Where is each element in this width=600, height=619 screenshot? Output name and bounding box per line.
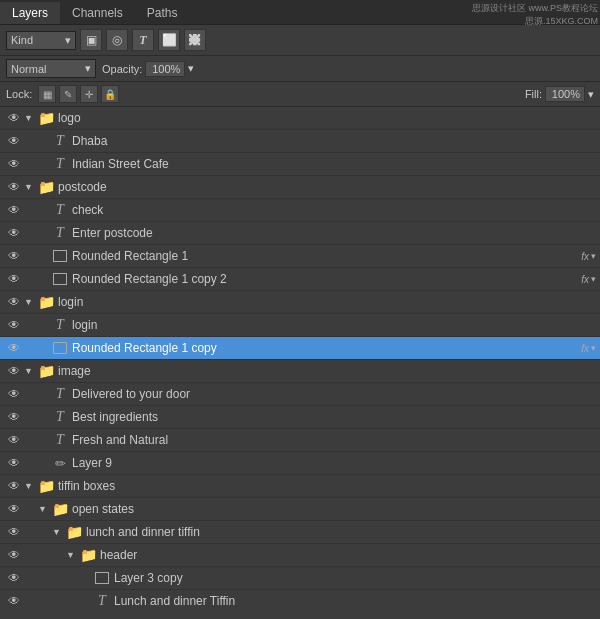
- fill-arrow[interactable]: ▾: [588, 88, 594, 101]
- folder-icon: 📁: [51, 500, 69, 518]
- visibility-icon[interactable]: 👁: [4, 545, 24, 565]
- filter-text-icon[interactable]: T: [132, 29, 154, 51]
- visibility-icon[interactable]: 👁: [4, 154, 24, 174]
- fx-expand-icon[interactable]: ▾: [591, 343, 596, 353]
- visibility-icon[interactable]: 👁: [4, 131, 24, 151]
- visibility-icon[interactable]: 👁: [4, 269, 24, 289]
- visibility-icon[interactable]: 👁: [4, 499, 24, 519]
- layer-row[interactable]: 👁TFresh and Natural: [0, 429, 600, 452]
- layer-row[interactable]: 👁TDhaba: [0, 130, 600, 153]
- text-layer-icon: T: [51, 201, 69, 219]
- visibility-icon[interactable]: 👁: [4, 430, 24, 450]
- layer-row[interactable]: 👁▼📁tiffin boxes: [0, 475, 600, 498]
- layer-row[interactable]: 👁Rounded Rectangle 1 copyfx▾: [0, 337, 600, 360]
- layer-row[interactable]: 👁▼📁postcode: [0, 176, 600, 199]
- layer-row[interactable]: 👁✏Layer 9: [0, 452, 600, 475]
- text-layer-icon: T: [51, 224, 69, 242]
- opacity-group: Opacity: 100% ▾: [102, 61, 194, 77]
- folder-expand-icon[interactable]: ▼: [24, 366, 34, 376]
- layer-row[interactable]: 👁TIndian Street Cafe: [0, 153, 600, 176]
- layer-row[interactable]: 👁▼📁logo: [0, 107, 600, 130]
- visibility-icon[interactable]: 👁: [4, 591, 24, 606]
- layer-row[interactable]: 👁TEnter postcode: [0, 222, 600, 245]
- folder-expand-icon[interactable]: ▼: [52, 527, 62, 537]
- shape-layer-icon: [51, 247, 69, 265]
- visibility-icon[interactable]: 👁: [4, 223, 24, 243]
- fx-expand-icon[interactable]: ▾: [591, 251, 596, 261]
- layer-name: lunch and dinner tiffin: [86, 525, 596, 539]
- fill-label: Fill:: [525, 88, 542, 100]
- folder-expand-icon[interactable]: ▼: [24, 113, 34, 123]
- lock-image-icon[interactable]: ✎: [59, 85, 77, 103]
- layer-row[interactable]: 👁TDelivered to your door: [0, 383, 600, 406]
- visibility-icon[interactable]: 👁: [4, 246, 24, 266]
- layer-row[interactable]: 👁Tcheck: [0, 199, 600, 222]
- folder-expand-icon[interactable]: ▼: [24, 481, 34, 491]
- fill-group: Fill: 100% ▾: [525, 86, 594, 102]
- visibility-icon[interactable]: 👁: [4, 568, 24, 588]
- folder-expand-icon[interactable]: ▼: [24, 182, 34, 192]
- shape-layer-icon: [51, 270, 69, 288]
- visibility-icon[interactable]: 👁: [4, 108, 24, 128]
- fx-badge[interactable]: fx: [581, 343, 589, 354]
- visibility-icon[interactable]: 👁: [4, 200, 24, 220]
- lock-position-icon[interactable]: ✛: [80, 85, 98, 103]
- layer-row[interactable]: 👁Layer 3 copy: [0, 567, 600, 590]
- fx-badge[interactable]: fx: [581, 251, 589, 262]
- blend-mode-arrow: ▾: [85, 62, 91, 75]
- tab-paths[interactable]: Paths: [135, 2, 190, 24]
- kind-dropdown[interactable]: Kind ▾: [6, 31, 76, 50]
- filter-smart-icon[interactable]: 🞿: [184, 29, 206, 51]
- lock-transparent-icon[interactable]: ▦: [38, 85, 56, 103]
- lock-all-icon[interactable]: 🔒: [101, 85, 119, 103]
- filter-adj-icon[interactable]: ◎: [106, 29, 128, 51]
- layer-row[interactable]: 👁▼📁login: [0, 291, 600, 314]
- layer-name: Rounded Rectangle 1 copy 2: [72, 272, 577, 286]
- visibility-icon[interactable]: 👁: [4, 315, 24, 335]
- visibility-icon[interactable]: 👁: [4, 407, 24, 427]
- layer-name: Indian Street Cafe: [72, 157, 596, 171]
- layer-name: logo: [58, 111, 596, 125]
- opacity-input[interactable]: 100%: [145, 61, 185, 77]
- layer-name: tiffin boxes: [58, 479, 596, 493]
- visibility-icon[interactable]: 👁: [4, 292, 24, 312]
- opacity-arrow[interactable]: ▾: [188, 62, 194, 75]
- fx-expand-icon[interactable]: ▾: [591, 274, 596, 284]
- visibility-icon[interactable]: 👁: [4, 361, 24, 381]
- layer-row[interactable]: 👁▼📁header: [0, 544, 600, 567]
- fx-badge[interactable]: fx: [581, 274, 589, 285]
- visibility-icon[interactable]: 👁: [4, 453, 24, 473]
- fill-input[interactable]: 100%: [545, 86, 585, 102]
- layer-row[interactable]: 👁▼📁image: [0, 360, 600, 383]
- blend-mode-dropdown[interactable]: Normal ▾: [6, 59, 96, 78]
- layer-row[interactable]: 👁Rounded Rectangle 1 copy 2fx▾: [0, 268, 600, 291]
- layer-row[interactable]: 👁Tlogin: [0, 314, 600, 337]
- folder-expand-icon[interactable]: ▼: [66, 550, 76, 560]
- visibility-icon[interactable]: 👁: [4, 476, 24, 496]
- tab-layers[interactable]: Layers: [0, 2, 60, 24]
- layer-row[interactable]: 👁▼📁open states: [0, 498, 600, 521]
- layer-name: image: [58, 364, 596, 378]
- layer-name: Enter postcode: [72, 226, 596, 240]
- text-layer-icon: T: [51, 385, 69, 403]
- folder-icon: 📁: [37, 362, 55, 380]
- layer-row[interactable]: 👁▼📁lunch and dinner tiffin: [0, 521, 600, 544]
- kind-label: Kind: [11, 34, 33, 46]
- tabs-bar: Layers Channels Paths: [0, 0, 600, 25]
- layer-row[interactable]: 👁Rounded Rectangle 1fx▾: [0, 245, 600, 268]
- blend-mode-label: Normal: [11, 63, 46, 75]
- layer-name: Fresh and Natural: [72, 433, 596, 447]
- folder-expand-icon[interactable]: ▼: [38, 504, 48, 514]
- layer-row[interactable]: 👁TLunch and dinner Tiffin: [0, 590, 600, 606]
- filter-shape-icon[interactable]: ⬜: [158, 29, 180, 51]
- visibility-icon[interactable]: 👁: [4, 177, 24, 197]
- filter-pixel-icon[interactable]: ▣: [80, 29, 102, 51]
- visibility-icon[interactable]: 👁: [4, 338, 24, 358]
- tab-channels[interactable]: Channels: [60, 2, 135, 24]
- folder-expand-icon[interactable]: ▼: [24, 297, 34, 307]
- layer-row[interactable]: 👁TBest ingredients: [0, 406, 600, 429]
- visibility-icon[interactable]: 👁: [4, 522, 24, 542]
- visibility-icon[interactable]: 👁: [4, 384, 24, 404]
- layer-name: postcode: [58, 180, 596, 194]
- text-layer-icon: T: [93, 592, 111, 606]
